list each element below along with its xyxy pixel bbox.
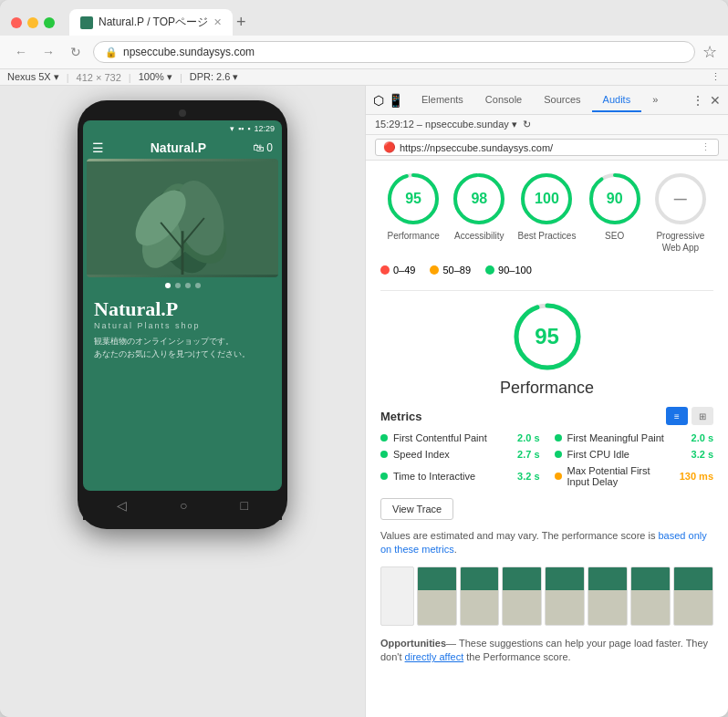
home-nav-button[interactable]: ○ xyxy=(180,498,187,513)
tab-console[interactable]: Console xyxy=(474,88,533,112)
seo-label: SEO xyxy=(605,230,624,242)
reload-button[interactable]: ↻ xyxy=(66,42,86,62)
accessibility-score: 98 xyxy=(471,191,487,207)
new-tab-button[interactable]: + xyxy=(236,13,246,32)
back-nav-button[interactable]: ◁ xyxy=(117,498,127,513)
filmstrip-frame-6 xyxy=(630,566,671,626)
filmstrip-frame-1 xyxy=(417,566,457,626)
dot-2[interactable] xyxy=(175,283,181,288)
cart-icon[interactable]: 🛍 0 xyxy=(253,141,273,154)
devtools-settings-icon[interactable]: ⋮ xyxy=(692,93,704,108)
metric-mpfid-value: 130 ms xyxy=(680,471,713,482)
filmstrip-frame-2 xyxy=(460,566,500,626)
metric-si-dot xyxy=(380,451,388,458)
metric-tti: Time to Interactive 3.2 s xyxy=(380,465,540,487)
carousel-dots xyxy=(83,277,282,292)
maximize-button[interactable] xyxy=(44,17,55,28)
sep1: | xyxy=(67,72,69,83)
performance-score: 95 xyxy=(405,191,421,207)
big-performance-label: Performance xyxy=(500,379,594,398)
metric-fcp-name: First Contentful Paint xyxy=(393,432,512,443)
score-legend: 0–49 50–89 90–100 xyxy=(380,265,713,275)
close-button[interactable] xyxy=(11,17,22,28)
refresh-session-icon[interactable]: ↻ xyxy=(523,119,531,130)
device-selector[interactable]: Nexus 5X ▾ xyxy=(7,71,59,83)
big-performance-circle: 95 xyxy=(511,300,584,373)
phone-content: Natural.P Natural Plants shop 観葉植物のオンライン… xyxy=(83,292,282,491)
view-trace-button[interactable]: View Trace xyxy=(380,498,453,520)
metric-fmp-value: 2.0 s xyxy=(692,432,713,443)
metric-fmp: First Meaningful Paint 2.0 s xyxy=(555,432,714,443)
toggle-grid-button[interactable]: ≡ xyxy=(666,407,688,425)
phone-home-bar: ◁ ○ □ xyxy=(83,491,282,520)
time-display: 12:29 xyxy=(254,124,275,133)
metric-si: Speed Index 2.7 s xyxy=(380,449,540,460)
minimize-button[interactable] xyxy=(27,17,38,28)
pwa-score: — xyxy=(674,192,687,206)
wifi-icon: ▾ xyxy=(230,124,234,133)
dot-3[interactable] xyxy=(185,283,191,288)
dot-1[interactable] xyxy=(165,283,171,288)
back-button[interactable]: ← xyxy=(11,42,31,62)
hero-image xyxy=(87,159,278,277)
score-best-practices: 100 Best Practices xyxy=(518,171,577,254)
recents-nav-button[interactable]: □ xyxy=(241,498,248,513)
tab-sources[interactable]: Sources xyxy=(533,88,591,112)
legend-red: 0–49 xyxy=(380,265,415,275)
battery-icon: ▪ xyxy=(247,124,250,133)
metric-fmp-dot xyxy=(555,434,562,442)
more-options-icon[interactable]: ⋮ xyxy=(711,71,721,83)
tab-more[interactable]: » xyxy=(641,88,669,112)
toolbar-row: Nexus 5X ▾ | 412 × 732 | 100% ▾ | DPR: 2… xyxy=(0,69,728,86)
filmstrip-blank xyxy=(380,566,414,626)
tab-close-button[interactable]: ✕ xyxy=(213,16,222,28)
phone-screen: ▾ ▪▪ ▪ 12:29 ☰ Natural.P 🛍 0 xyxy=(83,120,282,491)
hamburger-icon[interactable]: ☰ xyxy=(92,140,104,155)
plant-illustration xyxy=(87,159,278,277)
seo-score: 90 xyxy=(607,191,623,207)
dot-4[interactable] xyxy=(195,283,201,288)
title-bar: Natural.P / TOPページ ✕ + xyxy=(0,0,728,36)
address-bar[interactable]: 🔒 npseccube.sundaysys.com xyxy=(93,41,695,63)
sep2: | xyxy=(129,72,131,83)
metric-tti-value: 3.2 s xyxy=(517,471,539,482)
forward-button[interactable]: → xyxy=(38,42,58,62)
toggle-list-button[interactable]: ⊞ xyxy=(692,407,713,425)
tab-bar: Natural.P / TOPページ ✕ + xyxy=(69,9,717,36)
element-picker-icon[interactable]: ⬡ xyxy=(373,93,384,108)
phone-nav-header: ☰ Natural.P 🛍 0 xyxy=(83,137,282,159)
note-end: . xyxy=(454,544,457,555)
cart-count: 0 xyxy=(266,141,273,154)
metric-fci: First CPU Idle 3.2 s xyxy=(555,449,714,460)
big-performance-score: 95 xyxy=(535,324,559,349)
dpr-display[interactable]: DPR: 2.6 ▾ xyxy=(190,71,239,83)
devtools-close-icon[interactable]: ✕ xyxy=(710,93,721,108)
legend-orange-dot xyxy=(430,265,439,275)
devtools-sub-bar: 15:29:12 – npseccube.sunday ▾ ↻ xyxy=(366,115,728,135)
zoom-display[interactable]: 100% ▾ xyxy=(139,71,172,83)
bookmark-button[interactable]: ☆ xyxy=(702,42,717,62)
performance-label: Performance xyxy=(387,230,439,242)
phone-camera xyxy=(179,109,186,117)
phone-status-bar: ▾ ▪▪ ▪ 12:29 xyxy=(83,120,282,137)
browser-tab[interactable]: Natural.P / TOPページ ✕ xyxy=(69,9,233,36)
metrics-grid: First Contentful Paint 2.0 s First Meani… xyxy=(380,432,713,487)
metrics-header: Metrics ≡ ⊞ xyxy=(380,407,713,425)
phone-side: ▾ ▪▪ ▪ 12:29 ☰ Natural.P 🛍 0 xyxy=(0,86,365,717)
url-options-icon[interactable]: ⋮ xyxy=(701,141,711,153)
legend-orange: 50–89 xyxy=(430,265,471,275)
opportunities-end: the Performance score. xyxy=(463,651,570,662)
accessibility-circle: 98 xyxy=(452,171,506,226)
device-emulation-icon[interactable]: 📱 xyxy=(388,93,403,108)
phone-page-title: Natural.P xyxy=(94,297,271,321)
opportunities-link[interactable]: directly affect xyxy=(405,651,464,662)
tab-favicon xyxy=(80,16,93,29)
tab-elements[interactable]: Elements xyxy=(411,88,474,112)
tab-title: Natural.P / TOPページ xyxy=(99,15,208,30)
tab-audits[interactable]: Audits xyxy=(592,88,642,112)
metric-mpfid-name: Max Potential First Input Delay xyxy=(567,465,674,487)
devtools-actions: ⋮ ✕ xyxy=(692,93,721,108)
session-label[interactable]: 15:29:12 – npseccube.sunday ▾ xyxy=(375,119,517,130)
content-area: ▾ ▪▪ ▪ 12:29 ☰ Natural.P 🛍 0 xyxy=(0,86,728,717)
metric-fci-dot xyxy=(555,451,562,458)
